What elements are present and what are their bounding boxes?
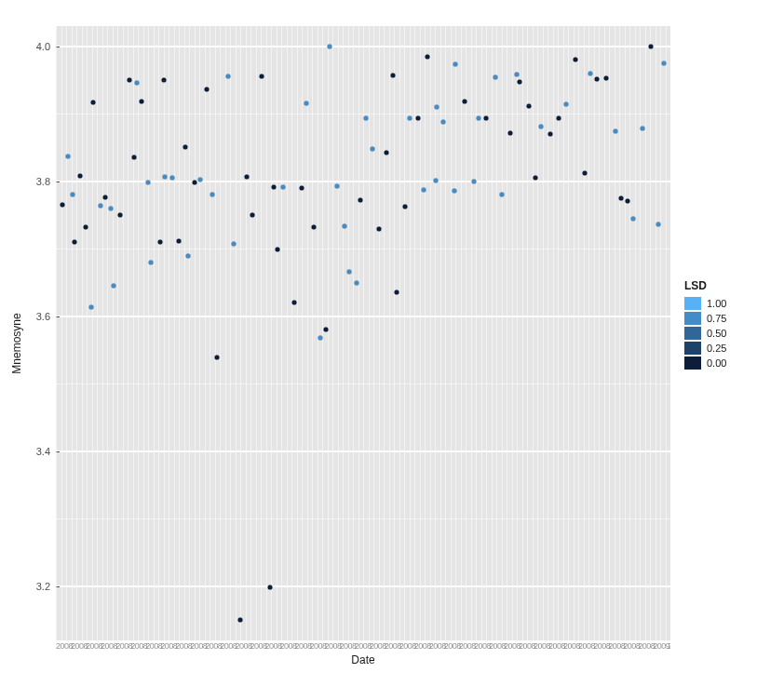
data-point	[132, 155, 137, 160]
chart-container: 3.23.43.63.84.0 Mnemosyne Date 200820082…	[0, 0, 784, 686]
data-point	[318, 336, 322, 341]
data-point	[66, 154, 71, 158]
data-point	[395, 289, 399, 294]
data-point	[518, 80, 522, 85]
data-point	[192, 181, 196, 185]
data-point	[407, 115, 412, 120]
data-point	[370, 147, 374, 152]
y-tick-label: 3.8	[36, 176, 56, 187]
data-point	[662, 61, 667, 65]
data-point	[508, 130, 513, 135]
data-point	[185, 254, 190, 259]
y-axis-title: Mnemosyne	[10, 313, 23, 373]
data-point	[533, 176, 537, 181]
plot-panel: 3.23.43.63.84.0	[56, 26, 670, 640]
data-point	[89, 304, 94, 309]
data-point	[416, 116, 421, 121]
data-point	[355, 280, 359, 285]
data-point	[347, 270, 352, 275]
data-point	[210, 193, 215, 197]
data-point	[182, 144, 187, 149]
data-point	[648, 44, 653, 48]
data-point	[539, 125, 544, 129]
data-point	[72, 240, 76, 245]
x-axis-title: Date	[56, 653, 670, 666]
data-point	[477, 116, 481, 121]
data-point	[499, 192, 504, 196]
legend-label: 0.00	[707, 357, 726, 369]
data-point	[146, 181, 151, 185]
data-point	[358, 198, 362, 203]
data-point	[275, 248, 279, 252]
data-point	[613, 129, 617, 134]
legend-entry: 0.50	[684, 326, 726, 341]
data-point	[214, 356, 219, 360]
data-point	[102, 195, 107, 200]
data-point	[300, 186, 304, 191]
legend-swatch	[684, 297, 701, 310]
data-point	[656, 222, 660, 226]
data-point	[60, 203, 64, 208]
data-point	[238, 618, 243, 623]
data-point	[619, 195, 624, 200]
legend-title: LSD	[684, 279, 726, 292]
data-point	[515, 73, 520, 77]
data-point	[71, 193, 75, 197]
data-point	[625, 198, 629, 203]
y-tick-label: 3.2	[36, 581, 56, 592]
legend-label: 0.25	[707, 343, 726, 354]
data-point	[225, 74, 230, 79]
data-point	[335, 183, 340, 188]
legend-swatch	[684, 342, 701, 355]
data-point	[453, 62, 458, 67]
data-point	[462, 100, 466, 104]
data-point	[548, 132, 553, 137]
data-point	[250, 213, 255, 218]
data-point	[484, 115, 489, 120]
data-point	[594, 77, 599, 82]
data-point	[140, 100, 144, 104]
data-point	[641, 127, 645, 131]
data-point	[78, 174, 83, 179]
data-point	[272, 184, 277, 189]
data-point	[563, 102, 568, 107]
legend-swatch	[684, 312, 701, 325]
data-point	[98, 203, 102, 208]
data-point	[433, 179, 438, 183]
color-legend: LSD 1.000.750.500.250.00	[684, 279, 726, 370]
data-point	[435, 105, 439, 110]
data-point	[135, 80, 140, 85]
legend-entry: 0.25	[684, 341, 726, 356]
legend-label: 0.75	[707, 313, 726, 324]
legend-swatch	[684, 356, 701, 370]
data-point	[385, 150, 389, 155]
legend-label: 1.00	[707, 298, 726, 309]
data-point	[170, 176, 175, 181]
data-point	[83, 225, 88, 230]
data-point	[118, 213, 123, 218]
data-point	[631, 217, 636, 222]
data-point	[198, 177, 203, 182]
data-point	[440, 119, 445, 124]
data-point	[90, 100, 95, 104]
data-point	[260, 74, 264, 78]
data-point	[376, 227, 381, 232]
data-point	[177, 239, 182, 244]
legend-swatch	[684, 327, 701, 340]
x-axis-ticks: 2008200820082008200820082008200820082008…	[56, 641, 670, 652]
data-point	[402, 205, 407, 209]
data-point	[327, 45, 331, 49]
y-tick-label: 3.4	[36, 446, 56, 457]
data-point	[426, 55, 430, 60]
data-point	[204, 87, 209, 92]
data-point	[603, 75, 608, 80]
data-point	[527, 103, 532, 108]
data-point	[312, 225, 317, 230]
data-point	[390, 73, 395, 77]
data-point	[471, 179, 476, 183]
data-point	[343, 223, 347, 228]
data-point	[149, 260, 154, 264]
legend-label: 0.50	[707, 328, 726, 339]
y-tick-label: 4.0	[36, 41, 56, 52]
data-point	[582, 171, 587, 176]
